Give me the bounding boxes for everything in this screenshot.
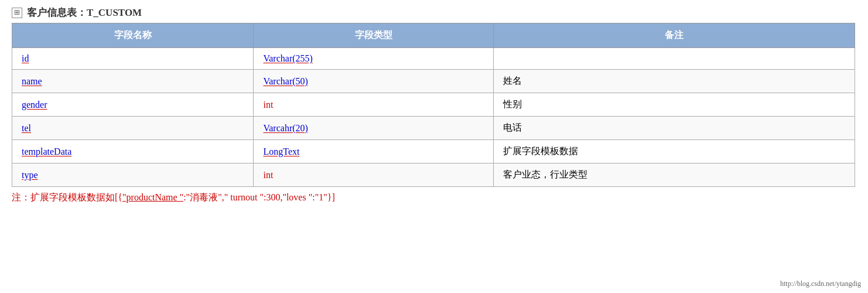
page-wrapper: ⊞ 客户信息表：T_CUSTOM 字段名称 字段类型 备注 idVarchar(…: [12, 6, 855, 205]
cell-note: [493, 48, 855, 70]
title-row: ⊞ 客户信息表：T_CUSTOM: [12, 6, 855, 19]
table-title: 客户信息表：T_CUSTOM: [27, 6, 142, 19]
cell-note: 电话: [493, 117, 855, 140]
cell-field-type: LongText: [254, 140, 493, 163]
cell-field-name: templateData: [12, 140, 254, 163]
cell-field-name: id: [12, 48, 254, 70]
cell-field-name: gender: [12, 93, 254, 117]
table-row: nameVarchar(50)姓名: [12, 70, 855, 93]
table-row: telVarcahr(20)电话: [12, 117, 855, 140]
cell-field-name: type: [12, 163, 254, 187]
cell-field-type: Varcahr(20): [254, 117, 493, 140]
cell-note: 扩展字段模板数据: [493, 140, 855, 163]
data-table: 字段名称 字段类型 备注 idVarchar(255)nameVarchar(5…: [12, 23, 855, 187]
cell-field-name: name: [12, 70, 254, 93]
col-header-note: 备注: [493, 23, 855, 48]
field-type-text: Varchar(255): [263, 53, 312, 63]
table-row: genderint性别: [12, 93, 855, 117]
cell-note: 性别: [493, 93, 855, 117]
cell-field-type: int: [254, 93, 493, 117]
table-row: idVarchar(255): [12, 48, 855, 70]
col-header-field: 字段名称: [12, 23, 254, 48]
cell-field-name: tel: [12, 117, 254, 140]
field-type-text: LongText: [263, 146, 299, 156]
field-type-text: Varcahr(20): [263, 123, 307, 133]
note-row: 注：扩展字段模板数据如[{"productName ":"消毒液"," turn…: [12, 190, 855, 205]
cell-field-type: Varchar(255): [254, 48, 493, 70]
field-name-text: gender: [22, 100, 47, 110]
expand-icon[interactable]: ⊞: [12, 8, 22, 18]
col-header-type: 字段类型: [254, 23, 493, 48]
note-text: 注：扩展字段模板数据如[{"productName ":"消毒液"," turn…: [12, 192, 335, 202]
cell-field-type: int: [254, 163, 493, 187]
field-name-text: type: [22, 170, 38, 180]
field-type-text: int: [263, 100, 273, 110]
field-name-text: templateData: [22, 146, 71, 156]
table-row: templateDataLongText扩展字段模板数据: [12, 140, 855, 163]
field-type-text: int: [263, 170, 273, 180]
field-name-text: id: [22, 53, 29, 63]
cell-note: 客户业态，行业类型: [493, 163, 855, 187]
cell-note: 姓名: [493, 70, 855, 93]
field-type-text: Varchar(50): [263, 76, 307, 86]
cell-field-type: Varchar(50): [254, 70, 493, 93]
note-link-productname: "productName ": [122, 192, 183, 202]
table-row: typeint客户业态，行业类型: [12, 163, 855, 187]
table-header-row: 字段名称 字段类型 备注: [12, 23, 855, 48]
field-name-text: tel: [22, 123, 31, 133]
field-name-text: name: [22, 76, 42, 86]
